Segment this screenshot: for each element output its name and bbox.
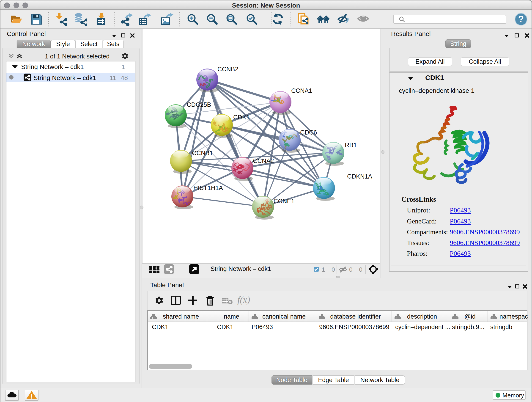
- svg-text:CCNA2: CCNA2: [253, 157, 274, 164]
- svg-text:?: ?: [518, 14, 524, 24]
- svg-text:CCNB1: CCNB1: [192, 150, 213, 157]
- svg-text:HIST1H1A: HIST1H1A: [193, 185, 223, 191]
- svg-text:CCNA1: CCNA1: [291, 87, 312, 94]
- svg-text:CDC25B: CDC25B: [187, 101, 211, 108]
- svg-text:RB1: RB1: [345, 142, 357, 148]
- svg-text:CCNE1: CCNE1: [273, 198, 295, 205]
- svg-text:CDC6: CDC6: [300, 129, 317, 136]
- svg-text:CDKN1A: CDKN1A: [347, 173, 372, 180]
- svg-text:CCNB2: CCNB2: [217, 66, 239, 73]
- svg-text:CDK1: CDK1: [233, 114, 250, 121]
